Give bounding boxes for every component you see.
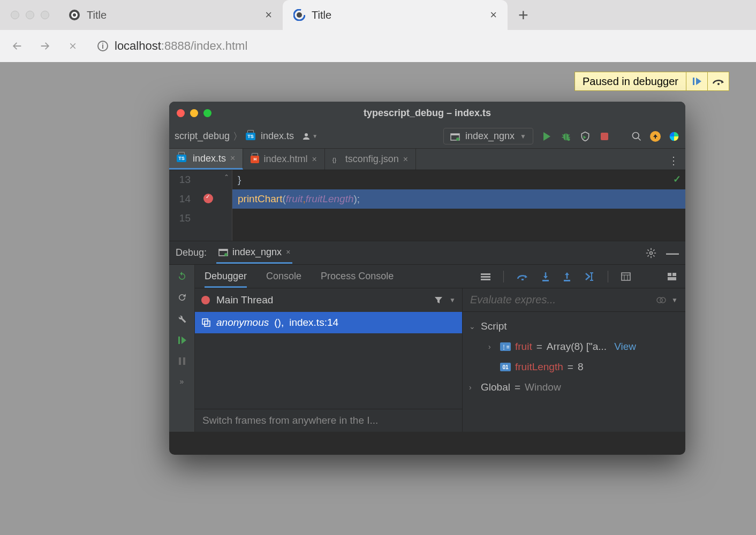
step-over-icon[interactable] [517, 272, 528, 281]
add-watch-icon[interactable] [656, 296, 666, 304]
step-over-button[interactable] [707, 72, 729, 91]
close-icon[interactable]: × [286, 248, 290, 256]
close-tab-icon[interactable]: × [312, 155, 316, 164]
layout-icon[interactable] [667, 272, 677, 281]
html-file-icon: H [251, 156, 259, 163]
scope-global[interactable]: › Global = Window [469, 377, 679, 398]
address-input[interactable]: i localhost:8888/index.html [92, 39, 747, 53]
editor[interactable]: 13 14 15 ✓ ⌃ } printChart(fruit,fruitLen… [169, 170, 685, 241]
close-tab-icon[interactable]: × [230, 154, 235, 163]
new-tab-button[interactable]: + [508, 5, 539, 25]
rerun-icon[interactable] [177, 271, 187, 281]
variable-fruitlength[interactable]: 01 fruitLength = 8 [469, 357, 679, 377]
more-icon[interactable]: » [180, 377, 184, 386]
svg-point-22 [224, 253, 228, 256]
debug-body: » Debugger Console Process Console [169, 265, 685, 432]
stack-frame[interactable]: anonymous (), index.ts:14 [195, 312, 462, 333]
run-coverage-button[interactable] [579, 131, 591, 142]
scope-label: Script [481, 320, 507, 332]
chevron-down-icon[interactable]: ▼ [671, 296, 678, 304]
debug-content: Main Thread ▼ anonymous (), index.ts:14 [195, 288, 685, 432]
minimize-panel-icon[interactable]: — [666, 246, 679, 261]
close-tab-icon[interactable]: × [403, 155, 408, 164]
close-window-icon[interactable] [11, 11, 19, 19]
editor-tab-tsconfig[interactable]: tsconfig.json × [325, 149, 416, 170]
evaluate-icon[interactable] [621, 272, 631, 281]
settings-icon[interactable] [646, 248, 656, 258]
svg-rect-25 [179, 357, 181, 365]
tab-title: Title [312, 9, 331, 21]
search-button[interactable] [631, 131, 642, 142]
code-line-current: printChart(fruit,fruitLength); [232, 189, 685, 209]
fold-icon[interactable]: ⌃ [224, 173, 229, 181]
line-number: 13 [169, 170, 191, 189]
resume-button[interactable] [686, 72, 707, 91]
scope-script[interactable]: ⌄ Script [469, 316, 679, 337]
ide-toolbar: script_debug 〉 TS index.ts ▼ index_ngnx … [169, 124, 685, 149]
session-name: index_ngnx [232, 247, 282, 258]
var-value: Array(8) ["a... [547, 341, 607, 353]
inspection-ok-icon[interactable]: ✓ [673, 173, 681, 185]
browser-tab-active[interactable]: Title × [283, 0, 508, 30]
run-button[interactable] [541, 131, 553, 142]
address-bar: i localhost:8888/index.html [0, 30, 756, 62]
minimize-icon[interactable] [190, 109, 198, 117]
threads-icon[interactable] [481, 273, 490, 280]
update-button[interactable] [650, 131, 661, 142]
breakpoint-gutter[interactable]: ✓ [196, 170, 223, 241]
url-path: /index.html [191, 39, 247, 52]
stop-button[interactable] [599, 131, 610, 142]
breadcrumb[interactable]: script_debug 〉 TS index.ts [175, 130, 294, 143]
debug-session-tab[interactable]: index_ngnx × [216, 242, 292, 264]
tab-process-console[interactable]: Process Console [321, 265, 394, 288]
chevron-right-icon: › [488, 342, 496, 351]
eval-placeholder: Evaluate expres... [470, 294, 556, 306]
fold-gutter[interactable]: ⌃ [223, 170, 232, 241]
var-name: fruit [515, 341, 532, 353]
close-tab-icon[interactable]: × [490, 8, 497, 22]
site-info-icon[interactable]: i [97, 41, 108, 51]
resume-program-icon[interactable] [177, 335, 187, 345]
svg-rect-45 [202, 319, 208, 324]
dropdown-icon[interactable]: ▼ [449, 296, 456, 304]
maximize-icon[interactable] [203, 109, 211, 117]
line-number: 15 [169, 209, 191, 228]
settings-wrench-icon[interactable] [177, 314, 187, 324]
run-to-cursor-icon[interactable] [584, 272, 595, 281]
code-with-me-icon[interactable] [668, 131, 680, 142]
user-menu[interactable]: ▼ [301, 132, 317, 141]
close-tab-icon[interactable]: × [265, 8, 272, 22]
browser-tab-inactive[interactable]: Title × [58, 0, 283, 30]
svg-point-23 [650, 251, 653, 254]
debug-button[interactable] [560, 131, 572, 142]
svg-rect-28 [481, 276, 490, 278]
tab-title: Title [87, 9, 107, 21]
step-controls [481, 271, 685, 282]
svg-point-48 [660, 297, 666, 303]
step-out-icon[interactable] [563, 272, 571, 281]
reload-icon[interactable] [177, 293, 187, 302]
back-button[interactable] [9, 40, 26, 52]
run-configuration-selector[interactable]: index_ngnx ▼ [443, 128, 533, 144]
filter-icon[interactable] [434, 296, 443, 304]
zoom-window-icon[interactable] [41, 11, 49, 19]
evaluate-expression-input[interactable]: Evaluate expres... ▼ [463, 288, 685, 312]
pause-icon[interactable] [178, 357, 186, 365]
favicon-icon [69, 9, 80, 21]
editor-tab-index-ts[interactable]: TS index.ts × [169, 149, 243, 170]
variable-fruit[interactable]: › ⋮≡ fruit = Array(8) ["a... View [469, 337, 679, 357]
thread-status-icon [201, 296, 210, 304]
svg-rect-5 [693, 78, 694, 85]
editor-tab-index-html[interactable]: H index.html × [243, 149, 324, 170]
tab-console[interactable]: Console [266, 265, 301, 288]
close-icon[interactable] [177, 109, 185, 117]
tab-debugger[interactable]: Debugger [205, 265, 247, 288]
code-content[interactable]: } printChart(fruit,fruitLength); [232, 170, 685, 241]
forward-button[interactable] [36, 40, 54, 52]
breadcrumb-file: index.ts [261, 131, 294, 142]
step-into-icon[interactable] [541, 272, 550, 281]
stop-reload-button[interactable] [64, 41, 81, 51]
more-menu-icon[interactable]: ⋮ [668, 154, 680, 167]
minimize-window-icon[interactable] [26, 11, 34, 19]
view-link[interactable]: View [614, 341, 636, 353]
